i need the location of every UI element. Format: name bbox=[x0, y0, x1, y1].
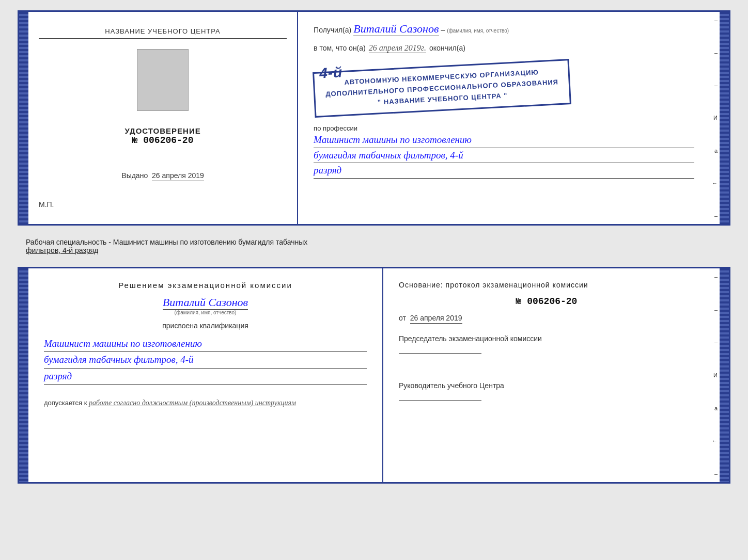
dopuskaetsya-text: работе согласно должностным (производств… bbox=[89, 399, 296, 407]
fio-hint-top: (фамилия, имя, отчество) bbox=[447, 28, 509, 34]
mp-label: М.П. bbox=[39, 200, 54, 209]
qual-line3: разряд bbox=[44, 369, 367, 385]
qual-line2: бумагидля табачных фильтров, 4-й bbox=[44, 352, 367, 368]
profession-label: по профессии Машинист машины по изготовл… bbox=[314, 123, 694, 179]
predsedatel-signature bbox=[399, 353, 481, 354]
certificate-bottom: Решением экзаменационной комиссии Витали… bbox=[18, 267, 730, 484]
certificate-top: НАЗВАНИЕ УЧЕБНОГО ЦЕНТРА УДОСТОВЕРЕНИЕ №… bbox=[18, 10, 730, 226]
rukovoditel-text: Руководитель учебного Центра bbox=[399, 381, 694, 390]
qualification-block: Машинист машины по изготовлению бумагидл… bbox=[44, 336, 367, 385]
udostoverenie-title: УДОСТОВЕРЕНИЕ bbox=[124, 126, 200, 135]
vdano-prefix: Выдано bbox=[121, 171, 148, 180]
border-right-bottom bbox=[720, 268, 729, 482]
vtom-prefix: в том, что он(а) bbox=[314, 44, 366, 52]
rukovoditel-block: Руководитель учебного Центра bbox=[399, 371, 694, 401]
vdano-date: 26 апреля 2019 bbox=[152, 171, 204, 181]
poluchil-line: Получил(а) Виталий Сазонов – (фамилия, и… bbox=[314, 22, 694, 36]
poluchil-prefix: Получил(а) bbox=[314, 26, 351, 34]
middle-section: Рабочая специальность - Машинист машины … bbox=[18, 234, 730, 259]
ot-date: 26 апреля 2019 bbox=[410, 314, 462, 324]
stamp-area: 4-й АВТОНОМНУЮ НЕКОММЕРЧЕСКУЮ ОРГАНИЗАЦИ… bbox=[314, 60, 694, 116]
osnovaniye-text: Основание: протокол экзаменационной коми… bbox=[399, 281, 694, 289]
dopuskaetsya-line: допускается к работе согласно должностны… bbox=[44, 399, 367, 407]
profession-line3: разряд bbox=[314, 163, 694, 179]
cert-left-panel: НАЗВАНИЕ УЧЕБНОГО ЦЕНТРА УДОСТОВЕРЕНИЕ №… bbox=[28, 12, 298, 224]
stamp-box: 4-й АВТОНОМНУЮ НЕКОММЕРЧЕСКУЮ ОРГАНИЗАЦИ… bbox=[313, 59, 571, 118]
recipient-name: Виталий Сазонов bbox=[353, 22, 439, 36]
udostoverenie-number: № 006206-20 bbox=[124, 135, 200, 146]
cert-bottom-right: Основание: протокол экзаменационной коми… bbox=[383, 268, 710, 482]
cert-right-panel: Получил(а) Виталий Сазонов – (фамилия, и… bbox=[298, 12, 710, 224]
qual-line1: Машинист машины по изготовлению bbox=[44, 336, 367, 352]
fio-hint-bottom: (фамилия, имя, отчество) bbox=[175, 310, 237, 315]
photo-placeholder bbox=[137, 49, 189, 111]
middle-text: Рабочая специальность - Машинист машины … bbox=[22, 236, 726, 257]
school-name-label: НАЗВАНИЕ УЧЕБНОГО ЦЕНТРА bbox=[39, 27, 287, 39]
profession-line2: бумагидля табачных фильтров, 4-й bbox=[314, 148, 694, 164]
border-right bbox=[720, 12, 729, 224]
vdano-line: Выдано 26 апреля 2019 bbox=[121, 171, 204, 180]
ot-prefix: от bbox=[399, 314, 406, 322]
border-left bbox=[19, 12, 28, 224]
cert-bottom-left: Решением экзаменационной комиссии Витали… bbox=[28, 268, 383, 482]
bottom-recipient-name: Виталий Сазонов bbox=[163, 296, 248, 310]
border-left-bottom bbox=[19, 268, 28, 482]
poluchil-dash: – bbox=[441, 26, 445, 34]
komissia-title: Решением экзаменационной комиссии bbox=[44, 281, 367, 290]
rukovoditel-signature bbox=[399, 400, 481, 401]
ot-line: от 26 апреля 2019 bbox=[399, 314, 694, 322]
dopuskaetsya-prefix: допускается к bbox=[44, 399, 87, 407]
middle-text-line1: Рабочая специальность - Машинист машины … bbox=[26, 238, 307, 246]
profession-label-text: по профессии bbox=[314, 124, 357, 132]
middle-text-line2: фильтров, 4-й разряд bbox=[26, 246, 98, 254]
side-marks-bottom: – – – И а ← – bbox=[710, 268, 720, 482]
okonchil: окончил(а) bbox=[429, 44, 465, 52]
prisvoena-text: присвоена квалификация bbox=[44, 322, 367, 330]
protocol-number: № 006206-20 bbox=[399, 296, 694, 307]
side-marks-top: – – – И а ← – bbox=[710, 12, 720, 224]
predsedatel-text: Председатель экзаменационной комиссии bbox=[399, 334, 694, 343]
vtom-date: 26 апреля 2019г. bbox=[369, 43, 426, 53]
profession-line1: Машинист машины по изготовлению bbox=[314, 133, 694, 148]
stamp-number: 4-й bbox=[319, 61, 343, 85]
fio-block-bottom: Виталий Сазонов (фамилия, имя, отчество) bbox=[44, 296, 367, 315]
predsedatel-block: Председатель экзаменационной комиссии bbox=[399, 334, 694, 354]
vtom-line: в том, что он(а) 26 апреля 2019г. окончи… bbox=[314, 43, 694, 53]
